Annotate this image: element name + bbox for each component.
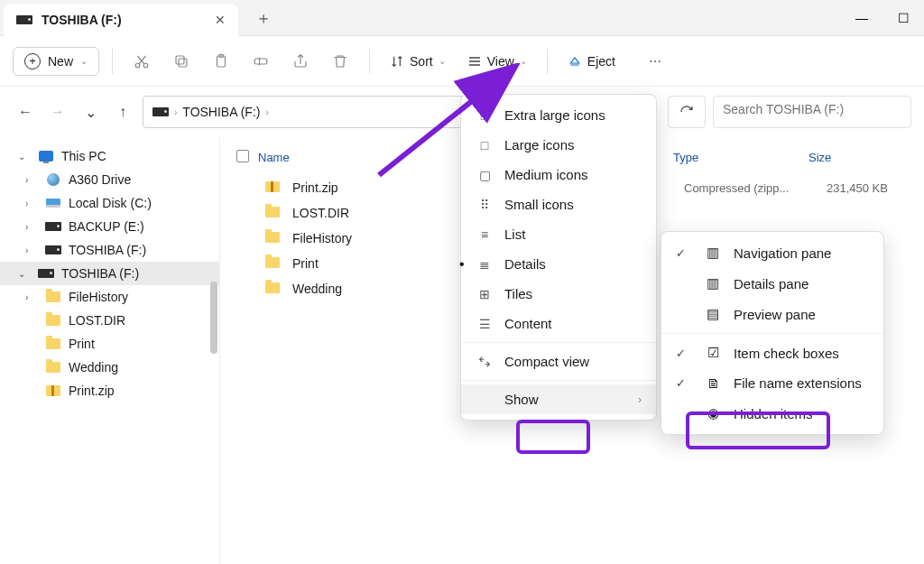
share-button[interactable] [284,45,317,78]
menu-item-label: Details pane [734,276,808,291]
sidebar-item-label: Print [69,337,95,351]
history-dropdown[interactable]: ⌄ [78,104,103,121]
separator [547,49,548,74]
show-submenu-item[interactable]: ✓🗎File name extensions [661,368,883,398]
sidebar-item-label: TOSHIBA (F:) [61,266,139,281]
search-input[interactable] [723,102,901,116]
separator [461,380,656,381]
sort-button[interactable]: Sort ⌄ [383,49,453,74]
up-button[interactable]: ↑ [110,104,135,120]
col-type[interactable]: Type [673,151,808,164]
view-menu-item[interactable]: ☰Content [461,309,656,338]
folder-icon [265,257,280,268]
sidebar-item[interactable]: Print.zip [0,379,219,402]
svg-rect-3 [176,56,184,64]
selected-dot: • [459,256,465,273]
menu-icon: 🗎 [703,375,723,391]
expand-chevron[interactable]: › [25,199,38,208]
search-box[interactable] [713,96,911,128]
view-menu-item[interactable]: ≡List [461,219,656,249]
show-submenu-item[interactable]: ▤Preview pane [661,299,883,329]
delete-button[interactable] [324,45,356,78]
view-button[interactable]: View ⌄ [460,49,534,74]
menu-icon: ▥ [703,275,723,291]
forward-button[interactable]: → [45,104,70,120]
minimize-button[interactable]: — [841,0,882,36]
back-button[interactable]: ← [13,104,38,120]
sidebar-item[interactable]: LOST.DIR [0,309,219,332]
tab[interactable]: TOSHIBA (F:) ✕ [4,4,238,36]
menu-item-label: Large icons [504,137,575,153]
drive-icon [45,245,61,254]
view-menu-item[interactable]: ▢Medium icons [461,160,656,190]
refresh-button[interactable] [668,96,706,128]
expand-chevron[interactable]: ⌄ [18,269,31,279]
svg-rect-6 [254,59,267,64]
paste-button[interactable] [205,45,237,78]
cut-button[interactable] [125,45,158,78]
new-button[interactable]: + New ⌄ [13,47,99,76]
zip-icon [46,385,60,396]
rename-button[interactable] [245,45,277,78]
view-menu-item[interactable]: □Extra large icons [461,100,656,130]
compact-view-item[interactable]: Compact view [461,347,656,376]
expand-chevron[interactable]: › [25,175,38,185]
scrollbar[interactable] [210,282,217,354]
eject-button[interactable]: Eject [560,49,623,74]
close-tab-icon[interactable]: ✕ [215,13,226,27]
view-menu-item[interactable]: □Large icons [461,130,656,160]
sidebar-item[interactable]: Print [0,332,219,356]
separator [461,342,656,343]
show-submenu-item[interactable]: ✓▥Navigation pane [661,237,883,268]
sidebar-item[interactable]: ›TOSHIBA (F:) [0,238,219,262]
expand-chevron[interactable]: › [25,222,38,232]
expand-chevron[interactable]: › [25,245,38,255]
menu-icon: ▥ [703,245,723,261]
drive-icon [16,15,32,24]
folder-icon [46,362,60,373]
view-menu-item[interactable]: •≣Details [461,249,656,279]
new-tab-button[interactable]: ＋ [251,7,276,29]
sidebar-item[interactable]: ›FileHistory [0,285,219,309]
breadcrumb-seg[interactable]: TOSHIBA (F:) [182,105,260,119]
menu-icon: ≡ [476,227,494,242]
sidebar-item[interactable]: Wedding [0,356,219,379]
sidebar-item-label: Local Disk (C:) [69,196,152,210]
check-icon: ✓ [676,376,692,390]
sidebar-item[interactable]: ›A360 Drive [0,168,219,191]
separator [661,333,883,334]
menu-item-label: Item check boxes [734,346,839,361]
show-label: Show [504,392,539,407]
show-submenu-item[interactable]: ◉Hidden items [661,398,883,429]
sidebar-item-label: BACKUP (E:) [69,219,144,234]
show-item[interactable]: Show › [461,384,656,414]
copy-button[interactable] [165,45,198,78]
chevron-down-icon: ⌄ [520,56,527,66]
view-menu-item[interactable]: ⊞Tiles [461,279,656,309]
sidebar-item[interactable]: ›BACKUP (E:) [0,215,219,238]
menu-icon: ☰ [476,317,494,331]
file-type: Compressed (zipp... [684,181,819,195]
more-button[interactable]: ⋯ [639,45,671,78]
sidebar-item[interactable]: ⌄This PC [0,144,219,168]
maximize-button[interactable]: ☐ [882,0,924,36]
view-menu-item[interactable]: ⠿Small icons [461,190,656,219]
chevron-down-icon: ⌄ [80,56,88,66]
sidebar-item[interactable]: ›Local Disk (C:) [0,191,219,215]
drive-icon [45,222,61,231]
show-submenu-item[interactable]: ▥Details pane [661,268,883,299]
menu-item-label: Medium icons [504,167,588,182]
select-all-checkbox[interactable] [236,150,249,162]
col-size[interactable]: Size [808,151,890,164]
monitor-icon [39,151,53,162]
menu-item-label: Extra large icons [504,107,605,123]
folder-icon [265,232,280,243]
menu-icon: ◉ [703,405,723,421]
expand-chevron[interactable]: ⌄ [18,152,31,162]
show-submenu-item[interactable]: ✓☑Item check boxes [661,337,883,368]
sidebar-item-label: TOSHIBA (F:) [69,243,146,257]
sidebar-item[interactable]: ⌄TOSHIBA (F:) [0,262,219,285]
new-label: New [48,54,73,69]
expand-chevron[interactable]: › [25,292,38,302]
sidebar-item-label: LOST.DIR [69,313,125,328]
